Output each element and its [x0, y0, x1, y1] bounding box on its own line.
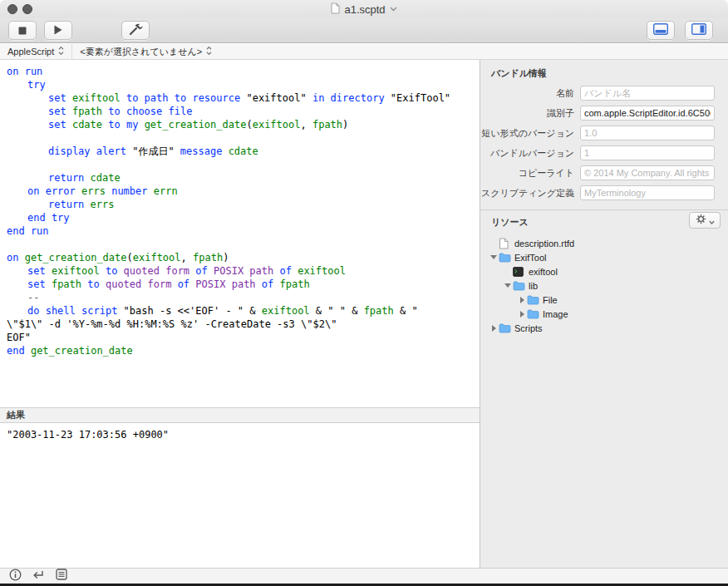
sidebar-divider — [480, 209, 728, 210]
field-label-copyright: コピーライト — [480, 167, 580, 180]
updown-chevron-icon — [206, 46, 212, 57]
code-line: set cdate to my get_creation_date(exifto… — [0, 118, 480, 131]
language-popup[interactable]: AppleScript — [0, 44, 72, 60]
code-line: EOF" — [0, 331, 480, 344]
chevron-down-icon[interactable] — [390, 7, 397, 12]
resources-action-button[interactable] — [689, 212, 721, 229]
code-line: on get_creation_date(exiftool, fpath) — [0, 251, 480, 264]
stop-button[interactable] — [8, 21, 37, 40]
navigation-bar: AppleScript <要素が選択されていません> — [0, 44, 728, 60]
code-line: end get_creation_date — [0, 344, 480, 357]
field-input-short-version[interactable] — [580, 126, 715, 140]
tree-item-label: lib — [529, 281, 538, 291]
info-icon — [9, 569, 22, 584]
code-line: set exiftool to path to resource "exifto… — [0, 91, 480, 105]
tree-item-file[interactable]: File — [480, 293, 728, 307]
result-pane-title: 結果 — [7, 409, 25, 421]
navigator-popup[interactable]: <要素が選択されていません> — [72, 44, 219, 60]
run-button[interactable] — [44, 21, 72, 40]
navigator-popup-label: <要素が選択されていません> — [80, 46, 202, 58]
run-icon — [54, 23, 62, 38]
code-line: do shell script "bash -s <<'EOF' - " & e… — [0, 304, 480, 318]
bundle-field-row: コピーライト — [480, 163, 728, 183]
tree-item-label: exiftool — [529, 267, 558, 277]
tree-item-label: ExifTool — [514, 253, 547, 263]
folder-icon — [499, 253, 513, 263]
disclosure-triangle[interactable] — [489, 325, 499, 332]
tree-item-lib[interactable]: lib — [480, 278, 728, 293]
bundle-field-row: 名前 — [480, 83, 728, 103]
field-input-name[interactable] — [580, 86, 715, 101]
field-label-identifier: 識別子 — [480, 107, 580, 120]
bundle-sidebar: バンドル情報 名前識別子短い形式のバージョンバンドルバージョンコピーライトスクリ… — [480, 60, 728, 568]
tree-item-label: File — [543, 295, 558, 305]
code-line: set fpath to choose file — [0, 105, 480, 118]
toggle-bottom-pane-icon — [653, 23, 668, 38]
tree-item-exiftool[interactable]: ExifTool — [480, 250, 728, 264]
compile-hammer-icon — [128, 22, 143, 39]
show-event-log-button[interactable] — [50, 569, 73, 584]
tree-item-description-rtfd[interactable]: description.rtfd — [480, 236, 728, 250]
show-result-button[interactable] — [27, 569, 50, 584]
code-line: end try — [0, 211, 480, 224]
disclosure-triangle[interactable] — [517, 297, 527, 303]
event-log-icon — [56, 569, 67, 584]
field-label-name: 名前 — [480, 87, 580, 100]
tree-item-label: Scripts — [514, 323, 543, 333]
updown-chevron-icon — [58, 46, 64, 57]
file-icon — [499, 238, 513, 249]
language-popup-label: AppleScript — [7, 47, 54, 57]
code-line: try — [0, 78, 480, 91]
result-pane[interactable]: "2003-11-23 17:03:56 +0900" — [0, 423, 480, 568]
code-line: -- — [0, 291, 480, 304]
gear-icon — [696, 213, 706, 228]
chevron-down-icon — [709, 213, 715, 228]
code-line — [0, 131, 480, 145]
titlebar[interactable]: a1.scptd — [0, 0, 728, 18]
disclosure-triangle[interactable] — [517, 311, 527, 318]
field-input-bundle-version[interactable] — [580, 145, 715, 160]
tree-item-scripts[interactable]: Scripts — [480, 321, 728, 335]
field-label-bundle-version: バンドルバージョン — [480, 147, 580, 160]
bundle-field-row: 識別子 — [480, 103, 728, 123]
bundle-field-row: スクリプティング定義 — [480, 183, 728, 203]
code-line: end run — [0, 224, 480, 238]
window-title: a1.scptd — [344, 3, 385, 16]
tree-item-label: description.rtfd — [514, 239, 574, 249]
code-line: \"$1\" -d '%Y-%m-%d %H:%M:%S %z' -Create… — [0, 318, 480, 331]
code-area[interactable]: on runtryset exiftool to path to resourc… — [0, 60, 480, 357]
toggle-right-sidebar-button[interactable] — [685, 21, 713, 40]
folder-icon — [527, 295, 541, 305]
disclosure-triangle[interactable] — [489, 255, 499, 259]
compile-button[interactable] — [121, 21, 150, 40]
field-input-identifier[interactable] — [580, 106, 715, 121]
field-input-copyright[interactable] — [580, 165, 715, 180]
code-line: return errs — [0, 198, 480, 211]
field-input-scripting-definition[interactable] — [580, 185, 715, 200]
code-editor[interactable]: on runtryset exiftool to path to resourc… — [0, 60, 480, 407]
folder-icon — [527, 309, 541, 319]
tree-item-label: Image — [543, 309, 568, 319]
toggle-right-sidebar-icon — [691, 23, 706, 38]
bundle-info-title: バンドル情報 — [491, 67, 547, 80]
code-line: on error errs number errn — [0, 185, 480, 198]
folder-icon — [499, 323, 513, 333]
window-title-group: a1.scptd — [0, 0, 728, 18]
document-icon — [331, 2, 340, 17]
disclosure-triangle[interactable] — [503, 283, 513, 288]
tree-item-image[interactable]: Image — [480, 307, 728, 321]
stop-icon — [18, 23, 27, 38]
code-line — [0, 238, 480, 251]
code-line: set fpath to quoted form of POSIX path o… — [0, 278, 480, 291]
toggle-bottom-pane-button[interactable] — [647, 21, 675, 40]
result-value: "2003-11-23 17:03:56 +0900" — [7, 429, 169, 441]
bundle-info-form: 名前識別子短い形式のバージョンバンドルバージョンコピーライトスクリプティング定義 — [480, 83, 728, 203]
toolbar — [0, 18, 728, 43]
script-editor-window: a1.scptd AppleScript <要素が選択されていません> — [0, 0, 728, 586]
folder-icon — [513, 281, 527, 291]
exec-icon — [513, 267, 527, 277]
tree-item-exiftool[interactable]: exiftool — [480, 264, 728, 278]
field-label-short-version: 短い形式のバージョン — [480, 127, 580, 140]
show-description-button[interactable] — [3, 569, 27, 584]
code-line — [0, 158, 480, 171]
